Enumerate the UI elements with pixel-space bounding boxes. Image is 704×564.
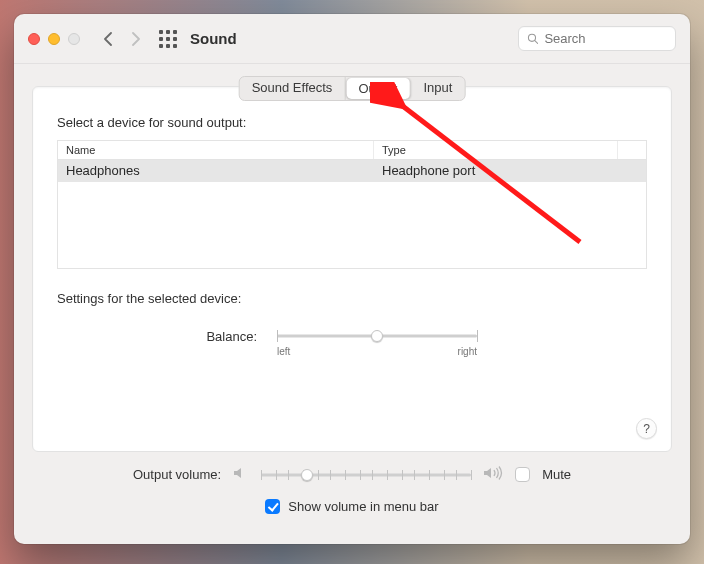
footer: Output volume: [32,466,672,514]
slider-tick [471,470,472,480]
search-input[interactable] [544,31,667,46]
speaker-high-icon [483,466,503,483]
minimize-button[interactable] [48,33,60,45]
balance-slider[interactable] [277,328,477,344]
slider-tick [277,330,278,342]
show-in-menubar-checkbox[interactable] [265,499,280,514]
table-header: Name Type [58,141,646,160]
slider-tick [360,470,361,480]
show-in-menubar-row: Show volume in menu bar [32,499,672,514]
tab-input[interactable]: Input [411,77,464,100]
slider-tick [288,470,289,480]
svg-line-1 [535,41,538,44]
slider-track [261,473,471,476]
slider-tick [387,470,388,480]
tab-output[interactable]: Output [346,78,410,99]
slider-tick [444,470,445,480]
slider-thumb[interactable] [301,469,313,481]
cell-name: Headphones [58,160,374,182]
chevron-right-icon [129,32,141,46]
slider-tick [429,470,430,480]
table-body: Headphones Headphone port [58,160,646,268]
zoom-button[interactable] [68,33,80,45]
search-field[interactable] [518,26,676,51]
balance-ticklabels: left right [277,346,477,357]
balance-label: Balance: [57,329,257,344]
output-volume-slider[interactable] [261,467,471,483]
close-button[interactable] [28,33,40,45]
tab-sound-effects[interactable]: Sound Effects [240,77,346,100]
slider-tick [276,470,277,480]
balance-row: Balance: [57,328,647,344]
slider-thumb[interactable] [371,330,383,342]
window-controls [28,33,80,45]
show-all-button[interactable] [156,27,180,51]
column-header-spacer [618,141,646,159]
mute-label: Mute [542,467,571,482]
forward-button[interactable] [122,26,148,52]
page-title: Sound [190,30,237,47]
device-table: Name Type Headphones Headphone port [57,140,647,269]
titlebar: Sound [14,14,690,64]
column-header-name[interactable]: Name [58,141,374,159]
column-header-type[interactable]: Type [374,141,618,159]
slider-tick [402,470,403,480]
device-settings-label: Settings for the selected device: [57,291,647,306]
slider-tick [477,330,478,342]
preferences-window: Sound Sound Effects Output Input Select … [14,14,690,544]
slider-tick [372,470,373,480]
balance-left-label: left [277,346,290,357]
help-button[interactable]: ? [636,418,657,439]
back-button[interactable] [96,26,122,52]
chevron-left-icon [103,32,115,46]
tabs: Sound Effects Output Input [239,76,466,101]
main-panel: Sound Effects Output Input Select a devi… [32,86,672,452]
table-empty-area [58,182,646,268]
slider-tick [330,470,331,480]
help-icon: ? [643,422,650,436]
output-volume-row: Output volume: [32,466,672,483]
output-device-label: Select a device for sound output: [57,115,647,130]
slider-tick [345,470,346,480]
slider-tick [261,470,262,480]
balance-right-label: right [458,346,477,357]
output-volume-label: Output volume: [133,467,221,482]
slider-tick [318,470,319,480]
show-in-menubar-label: Show volume in menu bar [288,499,438,514]
mute-checkbox[interactable] [515,467,530,482]
slider-tick [414,470,415,480]
table-row[interactable]: Headphones Headphone port [58,160,646,182]
search-icon [527,32,538,45]
slider-tick [456,470,457,480]
speaker-low-icon [233,466,249,483]
cell-type: Headphone port [374,160,646,182]
